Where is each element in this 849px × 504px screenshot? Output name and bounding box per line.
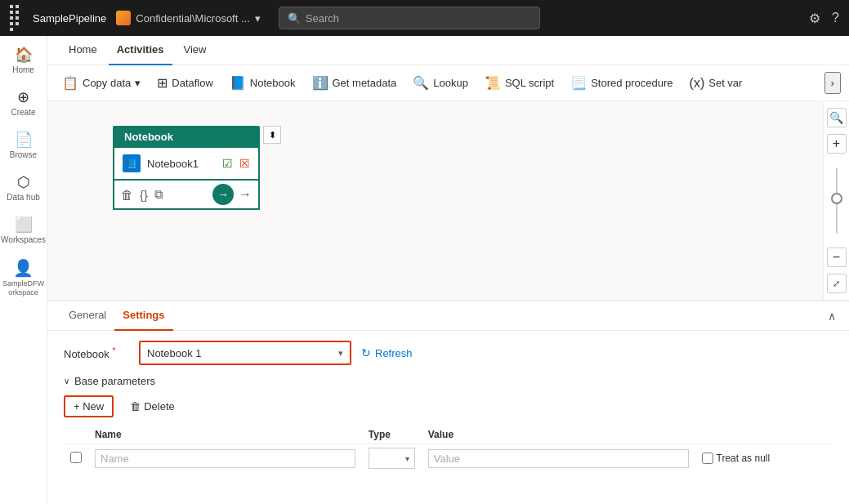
delete-button[interactable]: 🗑 Delete: [120, 395, 185, 417]
notebook-icon: 📘: [230, 75, 246, 91]
base-params-label: Base parameters: [74, 375, 155, 387]
notebook-value: Notebook 1: [147, 347, 202, 359]
stored-procedure-button[interactable]: 📃 Stored procedure: [564, 72, 679, 94]
zoom-fit-button[interactable]: ⤢: [827, 274, 847, 293]
sidebar-item-label: SampleDFWorkspace: [2, 279, 44, 297]
node-title: Notebook: [124, 131, 173, 143]
lookup-button[interactable]: 🔍 Lookup: [406, 72, 475, 94]
set-var-icon: (x): [690, 76, 705, 91]
node-activity-icon: 📘: [123, 154, 141, 172]
node-status-err-icon: ☒: [239, 157, 250, 170]
node-body: 📘 Notebook1 ☑ ☒: [113, 148, 260, 181]
notebook-label: Notebook: [250, 77, 296, 89]
refresh-button[interactable]: ↻ Refresh: [361, 346, 413, 359]
section-actions: + New 🗑 Delete: [64, 395, 833, 417]
search-box[interactable]: 🔍: [279, 7, 540, 29]
value-cell: [422, 444, 695, 473]
type-select[interactable]: ▾: [369, 448, 415, 469]
col-checkbox: [64, 426, 88, 444]
get-metadata-icon: ℹ️: [312, 75, 328, 91]
panel-collapse-button[interactable]: ∧: [828, 310, 836, 323]
toolbar: 📋 Copy data ▾ ⊞ Dataflow 📘 Notebook ℹ️ G…: [47, 65, 849, 101]
help-icon[interactable]: ?: [832, 11, 839, 25]
node-actions: 🗑 {} ⧉ → →: [113, 181, 260, 210]
toolbar-more-button[interactable]: ›: [824, 72, 841, 94]
notebook-row: Notebook * Notebook 1 ▾ ↻ Refresh: [64, 341, 833, 365]
section-toggle-icon: ∨: [64, 377, 69, 386]
notebook-label: Notebook *: [64, 346, 129, 360]
sql-script-label: SQL script: [505, 77, 554, 89]
org-icon: [116, 11, 131, 25]
search-input[interactable]: [306, 12, 531, 25]
home-icon: 🏠: [15, 46, 33, 64]
treat-as-null-checkbox[interactable]: [702, 453, 713, 464]
sidebar-item-sampledfw[interactable]: 👤 SampleDFWorkspace: [0, 252, 47, 304]
name-input[interactable]: [95, 449, 355, 468]
get-metadata-label: Get metadata: [333, 77, 397, 89]
node-wrapper: Notebook ⬍ 📘 Notebook1 ☑ ☒ 🗑: [113, 126, 260, 210]
sidebar-item-browse[interactable]: 📄 Browse: [0, 124, 47, 167]
copy-data-button[interactable]: 📋 Copy data ▾: [56, 72, 147, 94]
base-params-header[interactable]: ∨ Base parameters: [64, 375, 833, 387]
type-chevron-icon: ▾: [405, 454, 409, 463]
zoom-search-icon[interactable]: 🔍: [827, 108, 847, 127]
notebook-node: Notebook ⬍ 📘 Notebook1 ☑ ☒ 🗑: [113, 126, 260, 210]
set-var-button[interactable]: (x) Set var: [683, 73, 749, 94]
datahub-icon: ⬡: [17, 173, 30, 191]
zoom-out-button[interactable]: −: [827, 248, 847, 267]
zoom-in-button[interactable]: +: [827, 134, 847, 154]
dataflow-button[interactable]: ⊞ Dataflow: [150, 72, 220, 94]
node-activity-name: Notebook1: [147, 158, 216, 170]
col-value: Value: [422, 426, 695, 444]
canvas-container: Notebook ⬍ 📘 Notebook1 ☑ ☒ 🗑: [47, 101, 849, 300]
node-corner-top[interactable]: ⬍: [263, 126, 281, 144]
row-checkbox[interactable]: [70, 452, 82, 463]
sidebar-item-create[interactable]: ⊕ Create: [0, 82, 47, 124]
tab-home[interactable]: Home: [60, 36, 105, 65]
search-icon: 🔍: [288, 12, 301, 25]
sql-script-button[interactable]: 📜 SQL script: [478, 72, 561, 94]
dataflow-icon: ⊞: [157, 75, 168, 91]
sidebar-item-datahub[interactable]: ⬡ Data hub: [0, 167, 47, 209]
waffle-menu[interactable]: [10, 5, 23, 31]
sidebar-item-label: Create: [11, 108, 35, 118]
refresh-icon: ↻: [361, 346, 371, 359]
sidebar-item-workspaces[interactable]: ⬜ Workspaces: [0, 209, 47, 252]
org-selector[interactable]: Confidential\Microsoft ... ▾: [116, 11, 260, 25]
stored-procedure-icon: 📃: [570, 75, 587, 91]
node-code-icon[interactable]: {}: [140, 188, 148, 202]
tab-settings[interactable]: Settings: [114, 301, 172, 331]
col-type: Type: [362, 426, 422, 444]
content-area: Home Activities View 📋 Copy data ▾ ⊞ Dat…: [47, 36, 849, 504]
new-button[interactable]: + New: [64, 395, 114, 417]
tab-activities[interactable]: Activities: [109, 36, 172, 65]
node-delete-icon[interactable]: 🗑: [121, 188, 133, 202]
new-button-label: + New: [74, 400, 104, 413]
panel-tabs: General Settings ∧: [47, 301, 849, 331]
set-var-label: Set var: [708, 77, 742, 89]
treat-as-null-check: Treat as null: [702, 453, 826, 464]
value-input[interactable]: [428, 449, 689, 468]
null-cell: Treat as null: [695, 444, 833, 473]
node-pass-icon[interactable]: →: [239, 187, 252, 202]
user-icon: 👤: [13, 258, 34, 278]
settings-icon[interactable]: ⚙: [809, 11, 820, 26]
treat-as-null-label: Treat as null: [717, 453, 771, 464]
get-metadata-button[interactable]: ℹ️ Get metadata: [306, 72, 404, 94]
node-arrow-right-button[interactable]: →: [212, 184, 234, 205]
notebook-select[interactable]: Notebook 1 ▾: [139, 341, 351, 365]
node-copy-icon[interactable]: ⧉: [154, 187, 163, 202]
tab-view[interactable]: View: [176, 36, 215, 65]
zoom-slider[interactable]: [836, 157, 838, 244]
node-status-ok-icon: ☑: [222, 157, 233, 170]
name-cell: [88, 444, 362, 473]
create-icon: ⊕: [17, 88, 29, 106]
sidebar-item-home[interactable]: 🏠 Home: [0, 39, 47, 82]
topbar: SamplePipeline Confidential\Microsoft ..…: [0, 0, 849, 36]
sidebar-item-label: Browse: [10, 150, 37, 160]
tab-general[interactable]: General: [60, 301, 114, 331]
notebook-button[interactable]: 📘 Notebook: [223, 72, 302, 94]
zoom-thumb[interactable]: [831, 193, 842, 204]
org-chevron-icon: ▾: [255, 12, 261, 25]
sql-script-icon: 📜: [485, 75, 501, 91]
